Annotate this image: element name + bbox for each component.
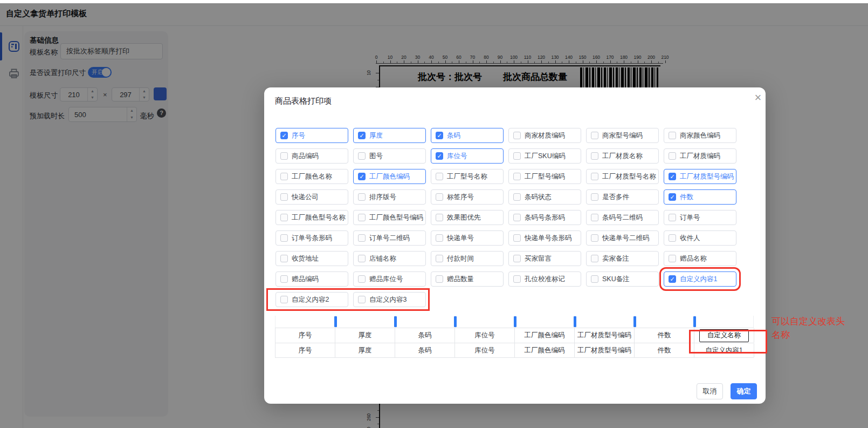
print-item-checkbox[interactable]: 工厂材质型号名称 xyxy=(586,169,659,184)
column-resize-handle[interactable] xyxy=(454,316,457,327)
print-item-checkbox[interactable]: 是否多件 xyxy=(586,189,659,205)
cancel-button[interactable]: 取消 xyxy=(697,383,723,399)
checkbox-label: 快递单号条形码 xyxy=(525,234,572,243)
print-item-checkbox[interactable]: 工厂材质编码 xyxy=(664,148,736,164)
column-resize-handle[interactable] xyxy=(574,316,576,327)
checkbox-label: 工厂颜色编码 xyxy=(369,172,410,181)
print-item-checkbox[interactable]: 快递单号条形码 xyxy=(508,230,581,246)
print-item-checkbox[interactable]: 收件人 xyxy=(664,230,736,246)
print-item-checkbox[interactable]: ✓序号 xyxy=(275,128,348,143)
print-item-checkbox[interactable]: 自定义内容3 xyxy=(353,292,426,307)
print-item-checkbox[interactable]: SKU备注 xyxy=(586,271,659,287)
checkbox-label: 厚度 xyxy=(369,131,383,140)
print-item-checkbox[interactable]: 工厂材质名称 xyxy=(586,148,659,164)
checkbox-box-icon xyxy=(513,234,521,242)
checkbox-box-icon xyxy=(358,152,366,160)
print-item-checkbox[interactable]: ✓厚度 xyxy=(353,128,426,143)
print-item-checkbox[interactable]: 付款时间 xyxy=(431,251,504,266)
table-data-cell: 自定义内容1 xyxy=(694,343,754,357)
print-item-checkbox[interactable]: 赠品数量 xyxy=(431,271,504,287)
print-item-checkbox[interactable]: 订单号条形码 xyxy=(275,230,348,246)
print-item-checkbox[interactable]: 订单号二维码 xyxy=(353,230,426,246)
app-window: 自定义拿货单打印模板 基础信息 模板名称 是否设置打印尺寸 开启 模板尺寸 21… xyxy=(0,0,868,428)
print-item-checkbox[interactable]: 收货地址 xyxy=(275,251,348,266)
checkbox-box-icon xyxy=(591,132,598,139)
print-item-checkbox[interactable]: ✓件数 xyxy=(664,189,736,205)
checkbox-box-icon xyxy=(591,173,598,180)
print-item-checkbox[interactable]: 店铺名称 xyxy=(353,251,426,266)
print-item-checkbox[interactable]: 快递单号 xyxy=(431,230,504,246)
print-item-checkbox[interactable]: ✓条码 xyxy=(431,128,504,143)
print-item-checkbox[interactable]: 工厂型号名称 xyxy=(431,169,504,184)
checkbox-label: 自定义内容3 xyxy=(369,295,407,304)
print-item-checkbox[interactable]: 条码号二维码 xyxy=(586,210,659,225)
checkbox-box-icon xyxy=(513,214,521,221)
print-item-checkbox[interactable]: 买家留言 xyxy=(508,251,581,266)
print-item-checkbox[interactable]: 标签序号 xyxy=(431,189,504,205)
print-item-checkbox[interactable]: 赠品库位号 xyxy=(353,271,426,287)
checkbox-box-icon xyxy=(513,255,521,262)
column-resize-handle[interactable] xyxy=(394,316,397,327)
print-item-checkbox[interactable]: 工厂SKU编码 xyxy=(508,148,581,164)
checkbox-label: 赠品名称 xyxy=(680,254,707,263)
print-item-checkbox[interactable]: 图号 xyxy=(353,148,426,164)
checkbox-box-icon xyxy=(436,234,443,242)
print-item-checkbox[interactable]: ✓库位号 xyxy=(431,148,504,164)
print-item-checkbox[interactable]: 孔位校准标记 xyxy=(508,271,581,287)
print-item-checkbox[interactable]: 卖家备注 xyxy=(586,251,659,266)
print-item-checkbox[interactable]: ✓工厂颜色编码 xyxy=(353,169,426,184)
print-item-checkbox[interactable]: 排序版号 xyxy=(353,189,426,205)
print-item-checkbox[interactable]: 快递公司 xyxy=(275,189,348,205)
column-resize-handle[interactable] xyxy=(633,316,636,327)
print-item-checkbox[interactable]: 商家材质编码 xyxy=(508,128,581,143)
table-data-cell: 工厂颜色编码 xyxy=(515,343,575,357)
checkbox-box-icon: ✓ xyxy=(436,132,443,139)
print-item-checkbox[interactable]: 商家型号编码 xyxy=(586,128,659,143)
print-item-checkbox[interactable]: 赠品名称 xyxy=(664,251,736,266)
print-item-checkbox[interactable]: 自定义内容2 xyxy=(275,292,348,307)
annotation-note: 可以自定义改表头名称 xyxy=(771,315,845,342)
checkbox-box-icon xyxy=(591,275,598,283)
table-header-cell: 工厂材质型号编码 xyxy=(575,328,635,343)
checkbox-label: 商家型号编码 xyxy=(602,131,643,140)
checkbox-label: 商品编码 xyxy=(292,152,319,161)
checkbox-label: 序号 xyxy=(292,131,305,140)
print-item-checkbox[interactable]: 工厂颜色名称 xyxy=(275,169,348,184)
checkbox-box-icon xyxy=(669,214,676,221)
print-item-checkbox[interactable]: 效果图优先 xyxy=(431,210,504,225)
print-item-checkbox[interactable]: 快递单号二维码 xyxy=(586,230,659,246)
print-item-checkbox[interactable]: 赠品编码 xyxy=(275,271,348,287)
checkbox-box-icon xyxy=(280,152,288,160)
checkbox-label: 订单号二维码 xyxy=(369,234,410,243)
print-item-checkbox[interactable]: 条码号条形码 xyxy=(508,210,581,225)
print-item-checkbox[interactable]: 工厂颜色型号编码 xyxy=(353,210,426,225)
checkbox-box-icon xyxy=(358,234,366,242)
checkbox-box-icon: ✓ xyxy=(669,173,676,180)
custom-header-input[interactable] xyxy=(699,329,749,342)
print-item-checkbox[interactable]: 条码状态 xyxy=(508,189,581,205)
print-item-checkbox[interactable]: 工厂颜色型号名称 xyxy=(275,210,348,225)
column-resize-handle[interactable] xyxy=(514,316,516,327)
checkbox-label: 自定义内容1 xyxy=(680,275,717,284)
checkbox-label: 商家颜色编码 xyxy=(680,131,720,140)
column-resize-handle[interactable] xyxy=(334,316,337,327)
checkbox-label: 商家材质编码 xyxy=(525,131,565,140)
checkbox-label: 工厂材质型号编码 xyxy=(680,172,734,181)
checkbox-box-icon xyxy=(591,193,598,201)
checkbox-label: 库位号 xyxy=(447,152,467,161)
print-item-checkbox[interactable]: 商品编码 xyxy=(275,148,348,164)
checkbox-box-icon xyxy=(280,275,288,283)
checkbox-label: 赠品数量 xyxy=(447,275,474,284)
checkbox-box-icon xyxy=(436,214,443,221)
print-item-checkbox[interactable]: 订单号 xyxy=(664,210,736,225)
checkbox-label: 条码号条形码 xyxy=(525,213,565,222)
print-item-checkbox[interactable]: 工厂型号编码 xyxy=(508,169,581,184)
print-item-checkbox[interactable]: 商家颜色编码 xyxy=(664,128,736,143)
checkbox-label: 自定义内容2 xyxy=(292,295,329,304)
print-item-checkbox[interactable]: ✓工厂材质型号编码 xyxy=(664,169,736,184)
column-resize-handle[interactable] xyxy=(693,316,696,327)
confirm-button[interactable]: 确定 xyxy=(731,383,757,399)
checkbox-box-icon xyxy=(591,214,598,221)
close-icon[interactable]: × xyxy=(751,91,765,105)
print-item-checkbox[interactable]: ✓自定义内容1 xyxy=(664,271,736,287)
